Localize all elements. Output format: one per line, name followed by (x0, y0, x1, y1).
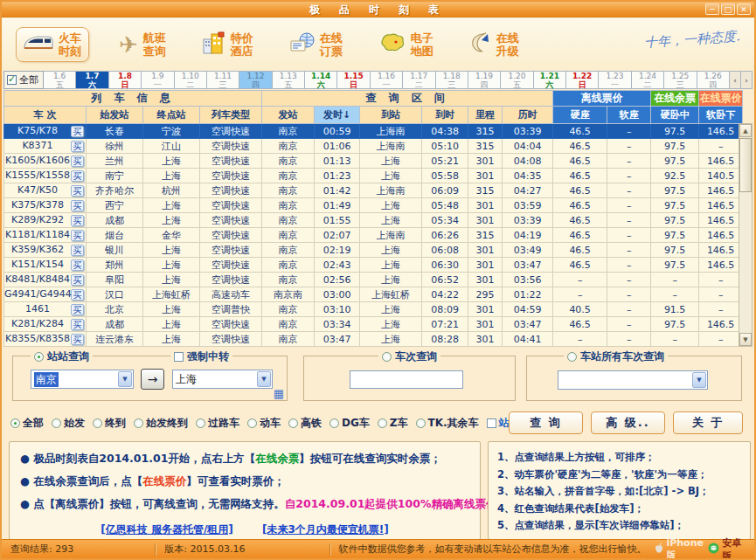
radio-icon[interactable] (329, 418, 339, 428)
toolbar-item-online-upgrade[interactable]: 在线升级 (463, 28, 526, 61)
station-all-combobox[interactable]: ▼ (558, 370, 708, 390)
buy-button[interactable]: 买 (71, 319, 84, 330)
group-header-online-remaining[interactable]: 在线余票 (651, 91, 699, 107)
tabs-scroll-left-icon[interactable]: ‹ (730, 71, 741, 89)
table-row[interactable]: 买K75/K78 长春 宁波 空调快速 南京 00:59 上海南 04:38 3… (4, 124, 743, 139)
buy-button[interactable]: 买 (71, 170, 84, 182)
col-header-duration[interactable]: 历时 (503, 107, 553, 124)
buy-button[interactable]: 买 (71, 215, 84, 226)
minimize-button[interactable]: ─ (705, 3, 719, 15)
col-header-dep-station[interactable]: 发站 (262, 107, 315, 124)
radio-off-icon[interactable] (382, 352, 392, 362)
radio-on-icon[interactable] (34, 352, 44, 362)
checkbox-unchecked-icon[interactable] (174, 352, 184, 362)
from-station-combobox[interactable]: 南京 ▼ (31, 370, 134, 389)
cheap-flights-link[interactable]: [未来3个月内最便宜机票!] (262, 523, 389, 536)
buy-button[interactable]: 买 (71, 245, 84, 256)
buy-button[interactable]: 买 (71, 289, 84, 301)
table-row[interactable]: 买K1181/K1184 烟台 金华 空调快速 南京 02:07 上海南 06:… (4, 228, 743, 243)
date-tab[interactable]: 1.17 二 (403, 71, 435, 89)
table-row[interactable]: 买K1605/K1606 兰州 上海 空调快速 南京 01:13 上海 05:2… (4, 154, 743, 169)
scrollbar-thumb[interactable] (739, 138, 752, 192)
about-button[interactable]: 关 于 (673, 411, 743, 434)
tabs-scroll-right-icon[interactable]: › (741, 71, 753, 89)
table-row[interactable]: 买K289/K292 成都 上海 空调快速 南京 01:55 上海 05:34 … (4, 213, 743, 228)
date-tab[interactable]: 1.10 二 (175, 71, 207, 89)
date-tab[interactable]: 1.13 五 (273, 71, 305, 89)
col-header-arr-time[interactable]: 到时 (422, 107, 468, 124)
date-tab[interactable]: 1.18 三 (436, 71, 468, 89)
android-version-link[interactable]: 安卓版 (708, 536, 754, 560)
toolbar-item-emap[interactable]: 电子地图 (372, 28, 440, 61)
maximize-button[interactable]: □ (721, 3, 735, 15)
iphone-version-link[interactable]: iPhone版 (655, 537, 708, 560)
filter-radio[interactable]: Z车 (378, 416, 408, 431)
filter-radio[interactable]: 始发 (52, 416, 85, 431)
station-all-query-legend[interactable]: 车站所有车次查询 (564, 349, 668, 364)
radio-icon[interactable] (378, 418, 387, 428)
col-header-arr-station[interactable]: 到站 (360, 107, 422, 124)
grid-icon[interactable]: ▦ (274, 388, 284, 399)
group-header-offline-price[interactable]: 离线票价 (553, 91, 651, 107)
table-row[interactable]: 买K375/K378 西宁 上海 空调快速 南京 01:49 上海 05:48 … (4, 198, 743, 213)
date-tab[interactable]: 1.8 日 (109, 71, 142, 89)
table-row[interactable]: 买G4941/G4944 汉口 上海虹桥 高速动车 南京南 03:00 上海虹桥… (4, 287, 743, 302)
radio-icon[interactable] (288, 418, 298, 428)
train-query-legend[interactable]: 车次查询 (378, 349, 440, 364)
col-header-distance[interactable]: 里程 (468, 107, 503, 124)
table-row[interactable]: 买K281/K284 成都 上海 空调快速 南京 03:34 上海 07:21 … (4, 317, 743, 332)
force-transfer-checkbox[interactable]: 强制中转 (170, 349, 232, 364)
radio-icon[interactable] (52, 418, 61, 428)
buy-button[interactable]: 买 (71, 259, 84, 271)
filter-radio[interactable]: 高铁 (288, 416, 322, 431)
date-tab[interactable]: 1.15 日 (337, 71, 370, 89)
buy-button[interactable]: 买 (71, 274, 84, 286)
radio-off-icon[interactable] (567, 352, 577, 362)
table-row[interactable]: 买K1555/K1558 南宁 上海 空调快速 南京 01:23 上海 05:5… (4, 169, 743, 183)
chevron-down-icon[interactable]: ▼ (257, 371, 271, 387)
date-tab[interactable]: 1.6 五 (44, 71, 76, 89)
date-all-checkbox[interactable]: 全部 (3, 71, 44, 89)
date-tab[interactable]: 1.23 一 (599, 71, 631, 89)
group-header-online-price[interactable]: 在线票价 (699, 91, 743, 107)
radio-icon[interactable] (93, 418, 102, 428)
filter-radio[interactable]: 全部 (10, 416, 44, 431)
filter-radio[interactable]: TK.其余车 (416, 416, 479, 431)
buy-button[interactable]: 买 (71, 141, 84, 152)
radio-icon[interactable] (247, 418, 257, 428)
toolbar-item-online-booking[interactable]: 在线订票 (283, 28, 350, 61)
scroll-up-icon[interactable]: ▲ (739, 124, 752, 137)
date-tab[interactable]: 1.24 二 (632, 71, 664, 89)
station-query-legend[interactable]: 站站查询 (31, 349, 93, 364)
buy-button[interactable]: 买 (71, 230, 84, 241)
close-button[interactable]: ✕ (737, 3, 751, 15)
buy-button[interactable]: 买 (71, 126, 84, 137)
date-tab[interactable]: 1.26 四 (697, 71, 730, 89)
date-tab[interactable]: 1.7 六 (76, 71, 108, 89)
col-header-train[interactable]: 车 次 (4, 107, 87, 124)
vertical-scrollbar[interactable]: ▲ ▼ (739, 123, 753, 347)
col-header-hard-sleeper[interactable]: 硬卧中 (651, 107, 699, 124)
radio-icon[interactable] (134, 418, 143, 428)
table-row[interactable]: 买K359/K362 银川 上海 空调快速 南京 02:19 上海 06:08 … (4, 243, 743, 258)
buy-button[interactable]: 买 (71, 304, 84, 315)
col-header-soft-sleeper[interactable]: 软卧下 (699, 107, 743, 124)
table-row[interactable]: 买K8481/K8484 阜阳 上海 空调快速 南京 02:56 上海 06:5… (4, 273, 743, 287)
hosting-link[interactable]: [亿恩科技 服务器托管/租用] (101, 523, 233, 536)
date-tab[interactable]: 1.21 六 (534, 71, 566, 89)
toolbar-item-flight-search[interactable]: ✈ 航班查询 (112, 28, 173, 61)
col-header-type[interactable]: 列车类型 (200, 107, 262, 124)
swap-direction-button[interactable]: → (141, 369, 164, 390)
table-row[interactable]: 买K8355/K8358 连云港东 上海 空调快速 南京 03:47 上海 08… (4, 332, 743, 347)
checkbox-unchecked-icon[interactable] (487, 418, 496, 428)
filter-radio[interactable]: 动车 (247, 416, 281, 431)
buy-button[interactable]: 买 (71, 185, 84, 197)
filter-radio[interactable]: 过路车 (196, 416, 239, 431)
buy-button[interactable]: 买 (71, 200, 84, 211)
scroll-down-icon[interactable]: ▼ (739, 333, 752, 346)
date-tab[interactable]: 1.25 三 (664, 71, 697, 89)
toolbar-item-train-times[interactable]: 火车时刻 (16, 27, 89, 62)
date-tab[interactable]: 1.12 四 (239, 71, 272, 89)
col-header-origin[interactable]: 始发站 (87, 107, 143, 124)
filter-radio[interactable]: 始发终到 (134, 416, 188, 431)
